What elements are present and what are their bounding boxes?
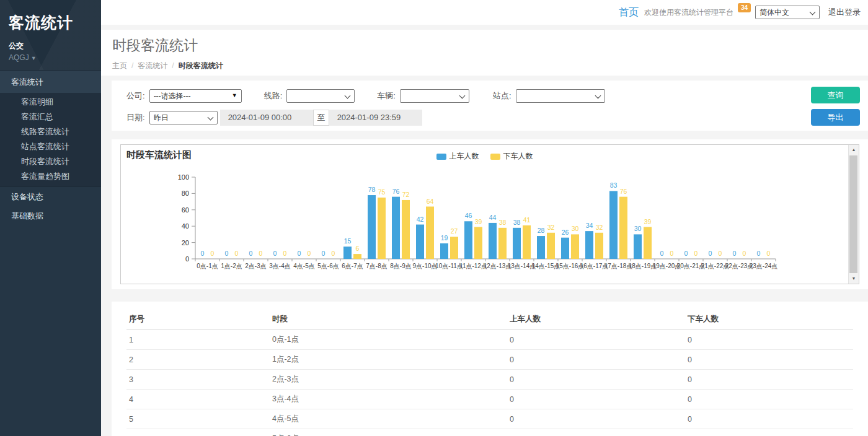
y-tick-label: 60 <box>182 206 189 214</box>
page-title: 时段客流统计 <box>112 36 857 55</box>
language-select[interactable]: 简体中文 <box>755 6 820 19</box>
home-link[interactable]: 首页 <box>619 6 639 19</box>
query-button[interactable]: 查询 <box>811 87 860 103</box>
bar-value-label: 32 <box>596 224 603 231</box>
sidebar-logo-area: 客流统计 公交 AQGJ▼ <box>0 0 101 70</box>
sidebar-item-客流量趋势图[interactable]: 客流量趋势图 <box>0 169 101 184</box>
logout-link[interactable]: 退出登录 <box>828 7 861 18</box>
bar-value-label: 0 <box>322 250 326 257</box>
app-title: 客流统计 <box>9 12 92 33</box>
bar-value-label: 19 <box>441 234 448 242</box>
legend-item-下车人数[interactable]: 下车人数 <box>490 151 533 162</box>
legend-item-上车人数[interactable]: 上车人数 <box>436 151 479 162</box>
x-tick-label: 3点-4点 <box>269 263 290 269</box>
scroll-down-icon[interactable]: ▼ <box>849 274 859 284</box>
date-label: 日期: <box>126 112 145 123</box>
table-row: 10点-1点00 <box>126 330 853 350</box>
bar-value-label: 38 <box>499 219 507 226</box>
bar-value-label: 39 <box>644 218 652 225</box>
bar-value-label: 0 <box>283 250 287 257</box>
table-row: 54点-5点00 <box>126 409 853 429</box>
bar-value-label: 0 <box>733 250 737 257</box>
bar-下车人数 <box>498 228 507 259</box>
sidebar: 客流统计 公交 AQGJ▼ 客流统计 客流明细客流汇总线路客流统计站点客流统计时… <box>0 0 101 436</box>
bar-value-label: 30 <box>634 225 642 232</box>
line-select[interactable] <box>286 89 355 103</box>
sidebar-section-device-status[interactable]: 设备状态 <box>0 187 101 206</box>
bar-value-label: 0 <box>235 250 239 257</box>
y-tick-label: 100 <box>178 173 189 181</box>
bar-value-label: 30 <box>572 225 579 232</box>
sidebar-section-base-data[interactable]: 基础数据 <box>0 206 101 225</box>
bar-上车人数 <box>343 246 352 259</box>
org-selector[interactable]: AQGJ▼ <box>9 53 92 62</box>
bar-value-label: 0 <box>298 250 301 257</box>
bar-value-label: 0 <box>670 250 674 257</box>
filter-row-1: 公司: ---请选择--- ▼ 线路: 车辆: 站点: <box>126 88 868 104</box>
export-button[interactable]: 导出 <box>811 109 860 126</box>
bar-value-label: 0 <box>694 250 698 257</box>
sidebar-item-站点客流统计[interactable]: 站点客流统计 <box>0 139 101 154</box>
bar-下车人数 <box>353 254 361 259</box>
y-tick-label: 80 <box>182 190 189 197</box>
page-header: 时段客流统计 主页/客流统计/时段客流统计 <box>101 30 868 76</box>
bar-value-label: 26 <box>562 229 569 236</box>
station-select[interactable] <box>516 89 605 103</box>
bar-下车人数 <box>402 200 410 259</box>
bar-value-label: 28 <box>538 227 545 234</box>
vehicle-select[interactable] <box>400 89 469 103</box>
bar-value-label: 46 <box>465 212 472 219</box>
bar-value-label: 0 <box>709 250 712 257</box>
bar-下车人数 <box>450 237 458 259</box>
bar-上车人数 <box>634 234 642 259</box>
bar-下车人数 <box>619 197 627 259</box>
bar-下车人数 <box>547 233 555 259</box>
vehicle-label: 车辆: <box>377 90 396 102</box>
company-select[interactable]: ---请选择--- <box>149 89 242 103</box>
date-end-input[interactable]: 2024-01-09 23:59 <box>329 110 422 126</box>
breadcrumb-home[interactable]: 主页 <box>112 61 127 70</box>
bar-上车人数 <box>368 195 376 259</box>
content: 公司: ---请选择--- ▼ 线路: 车辆: 站点: <box>101 76 868 436</box>
bar-value-label: 0 <box>249 250 253 257</box>
bar-value-label: 41 <box>523 216 531 224</box>
legend-swatch <box>490 154 500 160</box>
bar-value-label: 72 <box>402 191 410 198</box>
bar-value-label: 0 <box>225 250 229 257</box>
bar-下车人数 <box>474 227 482 259</box>
notification-badge[interactable]: 34 <box>738 3 751 12</box>
bar-上车人数 <box>464 221 472 259</box>
table-body: 10点-1点0021点-2点0032点-3点0043点-4点0054点-5点00… <box>126 330 853 436</box>
y-tick-label: 20 <box>182 239 189 246</box>
filter-row-2: 日期: 昨日 2024-01-09 00:00 至 2024-01-09 23:… <box>126 110 868 126</box>
sidebar-item-客流汇总[interactable]: 客流汇总 <box>0 110 101 124</box>
sidebar-submenu: 客流明细客流汇总线路客流统计站点客流统计时段客流统计客流量趋势图 <box>0 93 101 187</box>
bar-value-label: 15 <box>344 237 352 245</box>
scroll-up-icon[interactable]: ▲ <box>849 145 859 155</box>
chart-scrollbar[interactable]: ▲ ▼ <box>848 145 859 284</box>
bar-value-label: 27 <box>451 227 458 235</box>
y-tick-label: 0 <box>185 255 189 263</box>
chart-container: 时段车流统计图 上车人数下车人数 0204060801000点-1点1点-2点2… <box>120 144 859 284</box>
bar-value-label: 76 <box>392 188 400 195</box>
sidebar-item-时段客流统计[interactable]: 时段客流统计 <box>0 154 101 169</box>
sidebar-item-线路客流统计[interactable]: 线路客流统计 <box>0 124 101 139</box>
y-tick-label: 40 <box>182 222 189 230</box>
sidebar-section-passenger-stats[interactable]: 客流统计 <box>0 70 101 93</box>
bar-下车人数 <box>595 233 603 259</box>
bar-下车人数 <box>426 207 434 259</box>
date-start-input[interactable]: 2024-01-09 00:00 <box>220 110 313 126</box>
breadcrumb-section[interactable]: 客流统计 <box>138 61 167 70</box>
sidebar-item-客流明细[interactable]: 客流明细 <box>0 95 101 110</box>
x-tick-label: 1点-2点 <box>221 263 242 269</box>
bar-value-label: 0 <box>259 250 263 257</box>
table-column-header: 下车人数 <box>685 310 853 330</box>
table-row: 65点-6点00 <box>126 429 853 436</box>
x-tick-label: 2点-3点 <box>245 263 266 269</box>
bar-下车人数 <box>571 234 579 259</box>
bar-value-label: 76 <box>620 188 627 195</box>
scroll-thumb[interactable] <box>849 155 857 273</box>
table-header-row: 序号时段上车人数下车人数 <box>126 310 853 330</box>
date-preset-select[interactable]: 昨日 <box>149 111 218 124</box>
date-separator: 至 <box>313 110 329 126</box>
